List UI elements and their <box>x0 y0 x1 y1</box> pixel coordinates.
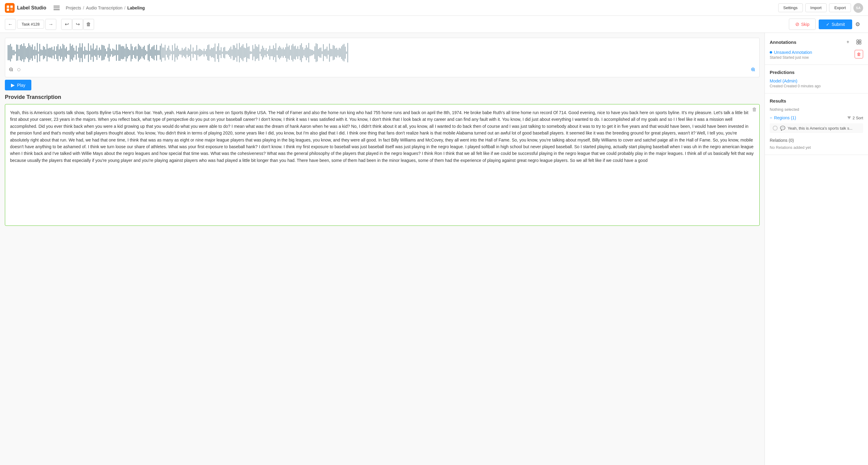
prediction-time-value: Created 0 minutes ago <box>784 84 820 88</box>
sort-button[interactable]: 2 Sort <box>847 116 863 120</box>
next-task-button[interactable]: → <box>45 19 56 30</box>
export-button[interactable]: Export <box>829 3 851 12</box>
sort-label: 2 Sort <box>852 116 863 120</box>
regions-collapse-icon: − <box>770 115 772 120</box>
annotation-dot <box>770 51 772 54</box>
zoom-in-button[interactable] <box>750 66 757 73</box>
play-icon: ▶ <box>11 82 14 88</box>
skip-icon: ⊘ <box>795 21 799 27</box>
annotations-actions: + <box>844 38 863 46</box>
prediction-name[interactable]: Model (Admin) <box>770 79 863 83</box>
breadcrumb-projects[interactable]: Projects <box>66 5 81 10</box>
relations-header: Relations (0) <box>770 138 863 143</box>
top-nav: Label Studio Projects / Audio Transcript… <box>0 0 868 16</box>
regions-label-text: Regions (1) <box>774 115 796 120</box>
main-layout: ▶ Play Provide Transcription 🗑 Yeah, thi… <box>0 33 868 465</box>
svg-line-7 <box>12 71 13 71</box>
region-type-icon: 💬 <box>780 126 785 130</box>
svg-rect-15 <box>859 42 861 44</box>
relations-label: Relations (0) <box>770 138 794 143</box>
svg-line-11 <box>754 71 755 71</box>
skip-label: Skip <box>801 22 809 27</box>
task-bar: ← Task #128 → ↩ ↪ 🗑 ⊘ Skip ✓ Submit ⚙ <box>0 16 868 33</box>
annotation-view-toggle[interactable] <box>855 38 863 46</box>
results-status: Nothing selected <box>770 107 863 112</box>
waveform-zoom-left <box>8 66 21 73</box>
regions-label[interactable]: − Regions (1) <box>770 115 796 120</box>
add-annotation-button[interactable]: + <box>844 38 852 46</box>
breadcrumb: Projects / Audio Transcription / Labelin… <box>66 5 778 10</box>
content-area: ▶ Play Provide Transcription 🗑 Yeah, thi… <box>0 33 765 465</box>
prediction-time: Created Created 0 minutes ago <box>770 84 863 88</box>
annotation-name-text[interactable]: Unsaved Annotation <box>774 50 812 55</box>
prediction-item: Model (Admin) Created Created 0 minutes … <box>770 79 863 88</box>
breadcrumb-project[interactable]: Audio Transcription <box>86 5 122 10</box>
import-button[interactable]: Import <box>805 3 827 12</box>
skip-button[interactable]: ⊘ Skip <box>789 19 816 30</box>
annotation-item: Unsaved Annotation Started Started just … <box>770 50 863 60</box>
settings-button[interactable]: Settings <box>778 3 803 12</box>
redo-button[interactable]: ↪ <box>72 19 83 30</box>
results-section: Results Nothing selected − Regions (1) 2… <box>765 93 868 155</box>
annotations-header: Annotations + <box>770 38 863 46</box>
submit-check-icon: ✓ <box>826 22 830 27</box>
task-id[interactable]: Task #128 <box>17 20 44 29</box>
breadcrumb-current: Labeling <box>127 5 145 10</box>
transcription-box[interactable]: 🗑 Yeah, this is America's sports talk sh… <box>5 104 760 226</box>
region-radio[interactable] <box>773 126 778 130</box>
annotation-info: Unsaved Annotation Started Started just … <box>770 50 812 60</box>
relations-empty: No Relations added yet <box>770 145 863 150</box>
task-actions: ⊘ Skip ✓ Submit <box>789 19 852 30</box>
region-item[interactable]: 💬 Yeah, this is America's sports talk s.… <box>770 123 863 133</box>
annotation-delete-button[interactable]: 🗑 <box>855 50 863 58</box>
regions-header: − Regions (1) 2 Sort <box>770 115 863 120</box>
predictions-title: Predictions <box>770 70 795 75</box>
svg-rect-4 <box>10 8 13 11</box>
breadcrumb-sep-2: / <box>124 5 125 10</box>
svg-rect-0 <box>5 3 14 13</box>
logo-icon <box>5 3 14 13</box>
results-title: Results <box>770 98 786 103</box>
annotations-section: Annotations + Unsaved Annotation Started… <box>765 33 868 65</box>
waveform[interactable] <box>8 40 757 65</box>
waveform-controls <box>8 65 757 74</box>
logo: Label Studio <box>5 3 46 13</box>
prev-task-button[interactable]: ← <box>5 19 16 30</box>
annotation-time: Started Started just now <box>770 55 812 60</box>
labeling-settings-button[interactable]: ⚙ <box>852 19 863 30</box>
hamburger-menu[interactable] <box>54 6 60 10</box>
zoom-indicator <box>17 68 21 71</box>
svg-rect-1 <box>7 5 9 8</box>
breadcrumb-sep-1: / <box>83 5 84 10</box>
nav-actions: Settings Import Export SA <box>778 3 863 13</box>
svg-rect-12 <box>857 40 859 42</box>
svg-rect-2 <box>10 5 13 8</box>
transcription-title: Provide Transcription <box>5 94 760 100</box>
submit-button[interactable]: ✓ Submit <box>819 20 852 29</box>
annotations-title: Annotations <box>770 39 797 45</box>
results-header: Results <box>770 98 863 103</box>
delete-region-button[interactable]: 🗑 <box>752 107 757 112</box>
region-text: Yeah, this is America's sports talk s... <box>788 126 860 130</box>
undo-button[interactable]: ↩ <box>61 19 72 30</box>
annotation-name: Unsaved Annotation <box>770 50 812 55</box>
play-label: Play <box>17 83 25 88</box>
task-nav: ← Task #128 → <box>5 19 56 30</box>
app-title: Label Studio <box>17 5 46 11</box>
annotation-time-value: Started just now <box>782 55 809 60</box>
submit-label: Submit <box>832 22 845 27</box>
predictions-section: Predictions Model (Admin) Created Create… <box>765 65 868 93</box>
transcription-text: Yeah, this is America's sports talk show… <box>10 109 754 164</box>
svg-rect-14 <box>857 42 859 44</box>
predictions-header: Predictions <box>770 70 863 75</box>
zoom-out-button[interactable] <box>8 66 15 73</box>
delete-button[interactable]: 🗑 <box>83 19 94 30</box>
play-button[interactable]: ▶ Play <box>5 80 31 90</box>
right-panel: Annotations + Unsaved Annotation Started… <box>765 33 868 465</box>
svg-rect-13 <box>859 40 861 42</box>
avatar: SA <box>854 3 863 13</box>
waveform-container <box>5 38 760 77</box>
svg-rect-3 <box>7 8 9 11</box>
